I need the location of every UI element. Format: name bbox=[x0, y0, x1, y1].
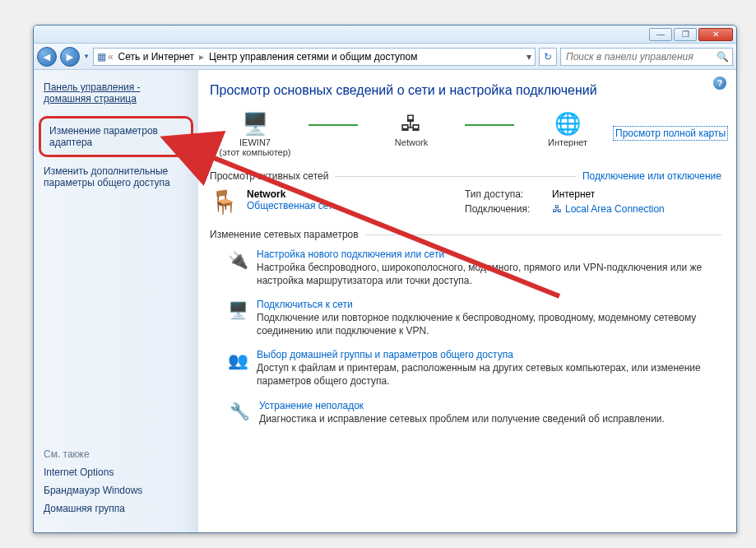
access-type-value: Интернет bbox=[552, 188, 595, 200]
content-pane: ? Просмотр основных сведений о сети и на… bbox=[198, 70, 736, 532]
map-connector bbox=[465, 124, 514, 126]
help-icon[interactable]: ? bbox=[713, 77, 726, 90]
control-panel-icon: ▦ bbox=[97, 51, 106, 63]
connect-network-icon: 🖥️ bbox=[228, 299, 248, 322]
connect-disconnect-link[interactable]: Подключение или отключение bbox=[582, 170, 721, 182]
breadcrumb[interactable]: ▦ « Сеть и Интернет ▸ Центр управления с… bbox=[93, 48, 536, 66]
maximize-button[interactable]: ❐ bbox=[674, 28, 697, 41]
page-title: Просмотр основных сведений о сети и наст… bbox=[210, 83, 721, 98]
internet-options-link[interactable]: Internet Options bbox=[44, 467, 188, 478]
network-map: 🖥️ IEWIN7 (этот компьютер) 🖧 Network 🌐 И… bbox=[210, 109, 613, 157]
minimize-button[interactable]: — bbox=[649, 28, 672, 41]
connect-to-network-item: 🖥️ Подключиться к сети Подключение или п… bbox=[228, 299, 721, 337]
homegroup-link[interactable]: Домашняя группа bbox=[44, 503, 188, 514]
arrow-left-icon: ◄ bbox=[41, 50, 53, 63]
forward-button[interactable]: ► bbox=[60, 47, 80, 67]
troubleshoot-icon: 🔧 bbox=[228, 400, 251, 423]
change-adapter-settings-link[interactable]: Изменение параметров адаптера bbox=[39, 116, 193, 157]
item-description: Настройка беспроводного, широкополосного… bbox=[257, 262, 721, 287]
dropdown-icon[interactable]: ▾ bbox=[526, 51, 531, 63]
change-settings-header: Изменение сетевых параметров bbox=[210, 229, 721, 240]
see-also-header: См. также bbox=[44, 448, 188, 460]
titlebar: — ❐ ✕ bbox=[34, 26, 736, 44]
ethernet-icon: 🖧 bbox=[552, 203, 562, 215]
chevron-right-icon: ▸ bbox=[199, 51, 204, 63]
active-networks-header: Просмотр активных сетей Подключение или … bbox=[210, 170, 721, 182]
window-body: Панель управления - домашняя страница Из… bbox=[34, 70, 736, 532]
troubleshoot-item: 🔧 Устранение неполадок Диагностика и исп… bbox=[228, 400, 721, 426]
network-icon: 🖧 bbox=[395, 109, 428, 137]
map-node-sublabel: (этот компьютер) bbox=[219, 147, 290, 157]
back-button[interactable]: ◄ bbox=[37, 47, 57, 67]
network-sharing-center-window: — ❐ ✕ ◄ ► ▼ ▦ « Сеть и Интернет ▸ Центр … bbox=[33, 25, 737, 533]
map-node-this-computer: 🖥️ IEWIN7 (этот компьютер) bbox=[210, 109, 300, 157]
homegroup-sharing-link[interactable]: Выбор домашней группы и параметров общег… bbox=[257, 349, 721, 360]
connect-to-network-link[interactable]: Подключиться к сети bbox=[257, 299, 721, 310]
map-node-network: 🖧 Network bbox=[366, 109, 457, 147]
change-sharing-settings-link[interactable]: Изменить дополнительные параметры общего… bbox=[44, 165, 188, 188]
computer-icon: 🖥️ bbox=[239, 109, 271, 137]
item-description: Диагностика и исправление сетевых пробле… bbox=[259, 413, 665, 426]
section-label: Изменение сетевых параметров bbox=[210, 229, 359, 240]
network-map-row: 🖥️ IEWIN7 (этот компьютер) 🖧 Network 🌐 И… bbox=[210, 109, 721, 157]
setup-new-connection-link[interactable]: Настройка нового подключения или сети bbox=[257, 248, 721, 260]
connections-label: Подключения: bbox=[465, 203, 547, 215]
breadcrumb-segment[interactable]: Центр управления сетями и общим доступом bbox=[206, 51, 421, 63]
access-type-label: Тип доступа: bbox=[465, 188, 547, 200]
search-icon: 🔍 bbox=[717, 51, 729, 63]
section-label: Просмотр активных сетей bbox=[210, 170, 328, 182]
breadcrumb-segment[interactable]: Сеть и Интернет bbox=[115, 51, 197, 63]
refresh-button[interactable]: ↻ bbox=[539, 48, 557, 66]
chevron-icon: « bbox=[108, 51, 114, 63]
search-input[interactable] bbox=[564, 50, 713, 63]
map-node-internet: 🌐 Интернет bbox=[522, 109, 613, 147]
park-bench-icon: 🪑 bbox=[210, 188, 239, 216]
search-box[interactable]: 🔍 bbox=[560, 48, 733, 66]
refresh-icon: ↻ bbox=[544, 51, 552, 63]
map-node-label: Network bbox=[395, 137, 428, 147]
globe-icon: 🌐 bbox=[551, 109, 584, 137]
connection-link[interactable]: 🖧 Local Area Connection bbox=[552, 203, 665, 215]
sidebar: Панель управления - домашняя страница Из… bbox=[34, 70, 198, 532]
homegroup-sharing-item: 👥 Выбор домашней группы и параметров общ… bbox=[228, 349, 721, 388]
item-description: Подключение или повторное подключение к … bbox=[257, 312, 721, 337]
control-panel-home-link[interactable]: Панель управления - домашняя страница bbox=[44, 81, 188, 104]
connection-wizard-icon: 🔌 bbox=[228, 248, 248, 272]
map-node-label: Интернет bbox=[548, 137, 587, 147]
network-type-link[interactable]: Общественная сеть bbox=[247, 200, 338, 211]
map-node-label: IEWIN7 bbox=[239, 137, 271, 147]
arrow-right-icon: ► bbox=[64, 50, 76, 63]
see-full-map-link[interactable]: Просмотр полной карты bbox=[613, 126, 728, 141]
setup-new-connection-item: 🔌 Настройка нового подключения или сети … bbox=[228, 248, 721, 287]
nav-history-dropdown[interactable]: ▼ bbox=[83, 53, 90, 60]
address-bar: ◄ ► ▼ ▦ « Сеть и Интернет ▸ Центр управл… bbox=[34, 44, 736, 70]
active-network-row: 🪑 Network Общественная сеть Тип доступа:… bbox=[210, 188, 721, 216]
troubleshoot-link[interactable]: Устранение неполадок bbox=[259, 400, 665, 411]
close-button[interactable]: ✕ bbox=[698, 28, 733, 41]
homegroup-icon: 👥 bbox=[228, 349, 248, 372]
item-description: Доступ к файлам и принтерам, расположенн… bbox=[257, 362, 721, 388]
windows-firewall-link[interactable]: Брандмауэр Windows bbox=[44, 485, 188, 496]
map-connector bbox=[308, 124, 358, 126]
network-name: Network bbox=[247, 188, 338, 200]
